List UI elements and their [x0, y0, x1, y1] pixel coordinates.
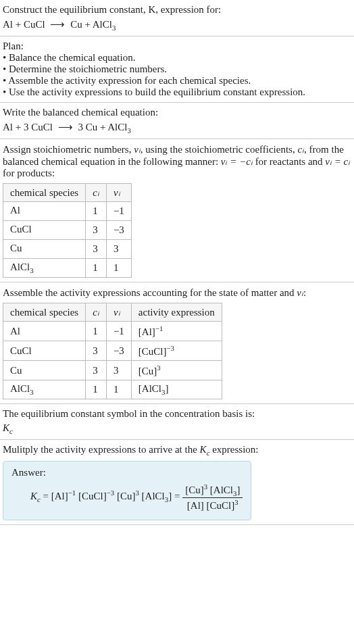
equals: =	[43, 491, 51, 501]
cell-v: 1	[106, 380, 131, 399]
kc-expression: Kc = [Al]−1 [CuCl]−3 [Cu]3 [AlCl3] = [Cu…	[30, 482, 243, 512]
cell-sp: AlCl3	[3, 380, 86, 399]
bal-rhs-sub: 3	[127, 126, 130, 134]
t: Assign stoichiometric numbers,	[3, 144, 134, 155]
col-species: chemical species	[3, 184, 86, 202]
t4b: ]	[168, 491, 172, 501]
cell-v: −1	[106, 202, 131, 221]
denominator: [Al] [CuCl]3	[182, 498, 243, 512]
activity-section: Assemble the activity expressions accoun…	[0, 282, 354, 404]
act-base: [Cu]	[138, 366, 157, 376]
k: K	[30, 491, 37, 501]
rule-react: νᵢ = −cᵢ	[221, 156, 253, 167]
t: Assemble the activity expressions accoun…	[3, 287, 297, 298]
kc-symbol: Kc	[3, 422, 351, 435]
symbol-section: The equilibrium constant symbol in the c…	[0, 404, 354, 440]
k: K	[200, 444, 207, 455]
cell-act: [Cu]3	[131, 361, 222, 380]
sp: AlCl	[10, 262, 30, 272]
eq-lhs: Al + CuCl	[3, 19, 45, 30]
t2e: −3	[107, 489, 115, 497]
balanced-equation: Al + 3 CuCl ⟶ 3 Cu + AlCl3	[3, 121, 351, 134]
final-heading: Mulitply the activity expressions to arr…	[3, 444, 351, 457]
col-activity: activity expression	[131, 303, 222, 322]
nb: [AlCl	[207, 485, 233, 495]
sp: AlCl	[10, 383, 30, 394]
t: Mulitply the activity expressions to arr…	[3, 444, 200, 455]
c-i: cᵢ	[297, 144, 304, 155]
plan-item-text: Determine the stoichiometric numbers.	[9, 64, 167, 74]
c-sub: c	[37, 495, 41, 503]
act-exp: −1	[155, 324, 163, 332]
col-species: chemical species	[3, 303, 86, 322]
sp-sub: 3	[30, 266, 33, 274]
balanced-heading: Write the balanced chemical equation:	[3, 107, 351, 118]
t1: [Al]	[51, 491, 68, 501]
cell-c: 3	[86, 221, 107, 240]
plan-item-2: • Assemble the activity expression for e…	[3, 75, 351, 86]
col-nui: νᵢ	[106, 184, 131, 202]
cell-sp: CuCl	[3, 221, 86, 240]
sp: Cu	[10, 365, 22, 376]
c-sub: c	[9, 427, 13, 435]
cell-c: 1	[86, 322, 107, 341]
cell-sp: AlCl3	[3, 259, 86, 278]
plan-item-1: • Determine the stoichiometric numbers.	[3, 64, 351, 75]
act-exp: −3	[167, 344, 175, 352]
symbol-text: The equilibrium constant symbol in the c…	[3, 408, 351, 420]
sp: Al	[10, 205, 20, 216]
cell-sp: Cu	[3, 240, 86, 259]
table-row: Cu 3 3 [Cu]3	[3, 361, 222, 380]
eq-rhs-a: Cu + AlCl	[70, 19, 112, 30]
intro-line: Construct the equilibrium constant, K, e…	[3, 4, 351, 16]
table-row: CuCl 3 −3	[3, 221, 132, 240]
table-row: AlCl3 1 1 [AlCl3]	[3, 380, 222, 399]
activity-table: chemical species cᵢ νᵢ activity expressi…	[3, 303, 222, 399]
t: , using the stoichiometric coefficients,	[141, 144, 298, 155]
arrow-icon: ⟶	[47, 19, 68, 30]
intro-text: Construct the equilibrium constant, K, e…	[3, 4, 221, 15]
numerator: [Cu]3 [AlCl3]	[182, 482, 243, 498]
sp: Cu	[10, 243, 22, 253]
table-row: Al 1 −1	[3, 202, 132, 221]
table-row: CuCl 3 −3 [CuCl]−3	[3, 341, 222, 361]
cell-sp: Al	[3, 202, 86, 221]
cell-c: 3	[86, 361, 107, 380]
act-base: [CuCl]	[138, 346, 167, 357]
sp: CuCl	[10, 345, 32, 356]
intro-section: Construct the equilibrium constant, K, e…	[0, 0, 354, 36]
plan-item-3: • Use the activity expressions to build …	[3, 86, 351, 98]
answer-box: Answer: Kc = [Al]−1 [CuCl]−3 [Cu]3 [AlCl…	[3, 461, 251, 520]
cell-c: 3	[86, 341, 107, 361]
plan-section: Plan: • Balance the chemical equation. •…	[0, 36, 354, 103]
stoich-section: Assign stoichiometric numbers, νᵢ, using…	[0, 139, 354, 282]
plan-item-text: Assemble the activity expression for eac…	[8, 75, 251, 86]
table-row: Al 1 −1 [Al]−1	[3, 322, 222, 341]
plan-item-0: • Balance the chemical equation.	[3, 52, 351, 64]
sp: Al	[10, 326, 20, 337]
da: [Al] [CuCl]	[187, 500, 234, 511]
eq-rhs-sub: 3	[112, 24, 116, 32]
activity-heading: Assemble the activity expressions accoun…	[3, 287, 351, 299]
plan-item-text: Use the activity expressions to build th…	[9, 86, 305, 97]
cell-v: 3	[106, 240, 131, 259]
act-after: ]	[165, 383, 168, 394]
sp: CuCl	[10, 224, 32, 234]
cell-v: 1	[106, 259, 131, 278]
t4a: [AlCl	[142, 491, 165, 501]
plan-heading: Plan:	[3, 41, 351, 52]
unbalanced-equation: Al + CuCl ⟶ Cu + AlCl3	[3, 18, 351, 32]
act-base: [AlCl	[138, 383, 161, 394]
table-header-row: chemical species cᵢ νᵢ	[3, 184, 132, 202]
cell-sp: Al	[3, 322, 86, 341]
cell-c: 1	[86, 202, 107, 221]
t: expression:	[209, 444, 258, 455]
cell-sp: Cu	[3, 361, 86, 380]
bal-rhs-a: 3 Cu + AlCl	[78, 122, 127, 132]
t: for products:	[3, 168, 55, 178]
final-section: Mulitply the activity expressions to arr…	[0, 440, 354, 525]
plan-item-text: Balance the chemical equation.	[9, 52, 135, 63]
t3e: 3	[135, 489, 138, 497]
sp-sub: 3	[30, 388, 33, 396]
stoich-text: Assign stoichiometric numbers, νᵢ, using…	[3, 143, 351, 179]
